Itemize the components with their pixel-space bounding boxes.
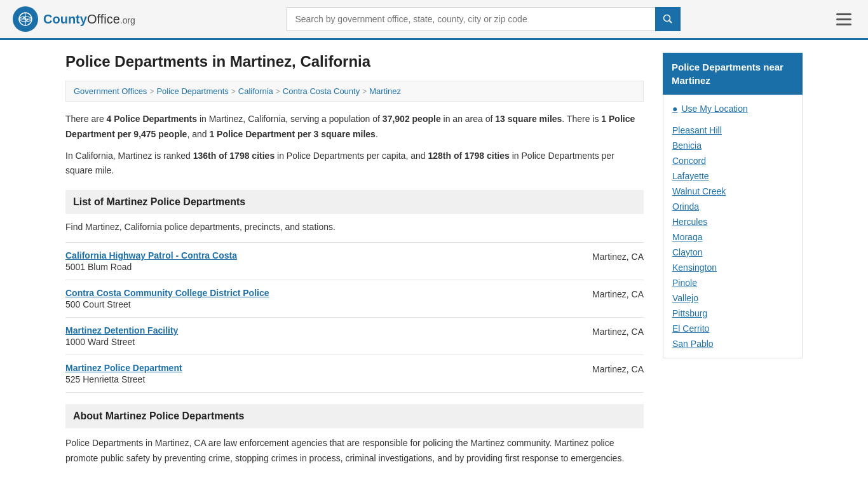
dept-address: 5001 Blum Road bbox=[65, 262, 237, 272]
nearby-link[interactable]: Pittsburg bbox=[672, 308, 707, 318]
dept-address: 500 Court Street bbox=[65, 299, 269, 309]
find-text: Find Martinez, California police departm… bbox=[65, 222, 644, 232]
sidebar-body: ● Use My Location Pleasant HillBeniciaCo… bbox=[663, 95, 803, 358]
nearby-link[interactable]: Pleasant Hill bbox=[672, 125, 722, 135]
dept-location: Martinez, CA bbox=[592, 363, 644, 374]
nearby-link[interactable]: Concord bbox=[672, 156, 706, 166]
table-row: California Highway Patrol - Contra Costa… bbox=[65, 243, 644, 280]
main-container: Police Departments in Martinez, Californ… bbox=[53, 40, 815, 479]
stats-area: 13 square miles bbox=[495, 114, 562, 124]
dept-info: Martinez Detention Facility 1000 Ward St… bbox=[65, 325, 178, 347]
nearby-link[interactable]: Vallejo bbox=[672, 293, 698, 303]
nearby-list: Pleasant HillBeniciaConcordLafayetteWaln… bbox=[672, 123, 793, 351]
use-my-location[interactable]: ● Use My Location bbox=[672, 101, 793, 116]
list-item: Kensington bbox=[672, 260, 793, 275]
sidebar-header: Police Departments near Martinez bbox=[663, 53, 803, 95]
list-item: Pittsburg bbox=[672, 306, 793, 321]
breadcrumb-link-california[interactable]: California bbox=[238, 86, 273, 96]
dept-location: Martinez, CA bbox=[592, 325, 644, 337]
dept-location: Martinez, CA bbox=[592, 250, 644, 262]
breadcrumb-sep: > bbox=[231, 87, 236, 96]
list-item: El Cerrito bbox=[672, 321, 793, 336]
breadcrumb-sep: > bbox=[149, 87, 154, 96]
list-item: Walnut Creek bbox=[672, 184, 793, 199]
list-item: Orinda bbox=[672, 199, 793, 214]
nearby-link[interactable]: San Pablo bbox=[672, 339, 714, 349]
nearby-link[interactable]: Moraga bbox=[672, 232, 702, 242]
breadcrumb-link-martinez[interactable]: Martinez bbox=[369, 86, 401, 96]
svg-point-4 bbox=[664, 15, 670, 22]
dept-address: 525 Henrietta Street bbox=[65, 374, 182, 384]
nearby-link[interactable]: El Cerrito bbox=[672, 323, 709, 334]
rank-capita: 136th of 1798 cities bbox=[193, 151, 275, 161]
list-item: Vallejo bbox=[672, 290, 793, 306]
stats-ranking: In California, Martinez is ranked 136th … bbox=[65, 149, 644, 179]
dept-name[interactable]: Contra Costa Community College District … bbox=[65, 288, 269, 298]
table-row: Contra Costa Community College District … bbox=[65, 280, 644, 318]
svg-line-5 bbox=[670, 21, 672, 24]
sidebar: Police Departments near Martinez ● Use M… bbox=[663, 53, 803, 466]
menu-line bbox=[836, 24, 851, 25]
list-item: Moraga bbox=[672, 229, 793, 245]
about-text: Police Departments in Martinez, CA are l… bbox=[65, 436, 644, 466]
nearby-link[interactable]: Orinda bbox=[672, 201, 699, 212]
list-item: Lafayette bbox=[672, 168, 793, 184]
dept-address: 1000 Ward Street bbox=[65, 337, 178, 347]
search-area bbox=[287, 7, 681, 31]
site-header: CountyOffice.org bbox=[0, 0, 868, 40]
search-button[interactable] bbox=[655, 7, 681, 31]
search-input[interactable] bbox=[287, 7, 655, 31]
stats-per-sqmile: 1 Police Department per 3 square miles bbox=[209, 129, 375, 139]
department-list: California Highway Patrol - Contra Costa… bbox=[65, 242, 644, 393]
dept-info: Contra Costa Community College District … bbox=[65, 288, 269, 309]
stats-city: Martinez, California bbox=[209, 114, 286, 124]
about-section-heading: About Martinez Police Departments bbox=[65, 404, 644, 428]
list-section-heading: List of Martinez Police Departments bbox=[65, 190, 644, 214]
list-item: Clayton bbox=[672, 245, 793, 260]
use-location-label: Use My Location bbox=[681, 104, 747, 114]
table-row: Martinez Police Department 525 Henrietta… bbox=[65, 355, 644, 393]
dept-name[interactable]: Martinez Detention Facility bbox=[65, 325, 178, 336]
logo-icon bbox=[13, 6, 38, 32]
menu-line bbox=[836, 18, 851, 20]
menu-line bbox=[836, 13, 851, 15]
logo-area: CountyOffice.org bbox=[13, 6, 135, 32]
breadcrumb: Government Offices > Police Departments … bbox=[65, 81, 644, 102]
breadcrumb-link-gov-offices[interactable]: Government Offices bbox=[74, 86, 147, 96]
dept-count-label: Police Departments bbox=[114, 114, 197, 124]
menu-button[interactable] bbox=[832, 8, 855, 30]
page-title: Police Departments in Martinez, Californ… bbox=[65, 53, 644, 71]
dept-location: Martinez, CA bbox=[592, 288, 644, 299]
nearby-link[interactable]: Clayton bbox=[672, 247, 702, 257]
list-item: Benicia bbox=[672, 138, 793, 153]
dept-count: 4 bbox=[107, 114, 112, 124]
breadcrumb-link-police-depts[interactable]: Police Departments bbox=[156, 86, 228, 96]
dept-name[interactable]: California Highway Patrol - Contra Costa bbox=[65, 250, 237, 261]
breadcrumb-sep: > bbox=[276, 87, 280, 96]
list-item: Pinole bbox=[672, 275, 793, 290]
list-item: San Pablo bbox=[672, 336, 793, 351]
table-row: Martinez Detention Facility 1000 Ward St… bbox=[65, 318, 644, 355]
dept-name[interactable]: Martinez Police Department bbox=[65, 363, 182, 373]
logo-text: CountyOffice.org bbox=[43, 12, 135, 27]
list-item: Concord bbox=[672, 153, 793, 168]
nearby-link[interactable]: Lafayette bbox=[672, 171, 709, 181]
location-icon: ● bbox=[672, 104, 677, 114]
dept-info: California Highway Patrol - Contra Costa… bbox=[65, 250, 237, 272]
stats-population: 37,902 people bbox=[383, 114, 441, 124]
dept-info: Martinez Police Department 525 Henrietta… bbox=[65, 363, 182, 384]
nearby-link[interactable]: Pinole bbox=[672, 278, 697, 288]
rank-sqmile: 128th of 1798 cities bbox=[428, 151, 509, 161]
list-item: Pleasant Hill bbox=[672, 123, 793, 138]
content-area: Police Departments in Martinez, Californ… bbox=[65, 53, 644, 466]
list-item: Hercules bbox=[672, 214, 793, 229]
nearby-link[interactable]: Benicia bbox=[672, 140, 702, 151]
nearby-link[interactable]: Kensington bbox=[672, 262, 717, 273]
nearby-link[interactable]: Walnut Creek bbox=[672, 186, 726, 196]
nearby-link[interactable]: Hercules bbox=[672, 217, 707, 227]
breadcrumb-link-contra-costa[interactable]: Contra Costa County bbox=[283, 86, 360, 96]
stats-paragraph: There are 4 Police Departments in Martin… bbox=[65, 112, 644, 142]
breadcrumb-sep: > bbox=[362, 87, 367, 96]
